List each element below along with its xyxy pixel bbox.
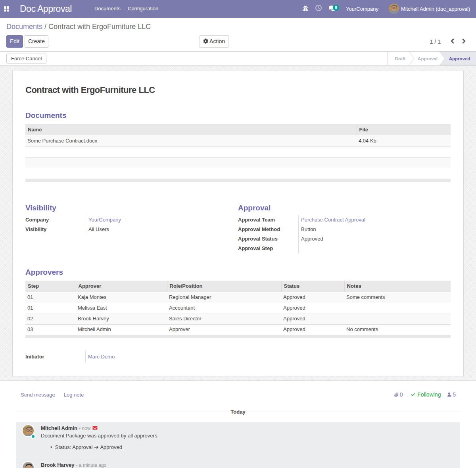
svg-text:Approved: Approved xyxy=(449,56,470,61)
svg-text:Draft: Draft xyxy=(395,56,406,61)
svg-text:Approval: Approval xyxy=(418,56,438,61)
